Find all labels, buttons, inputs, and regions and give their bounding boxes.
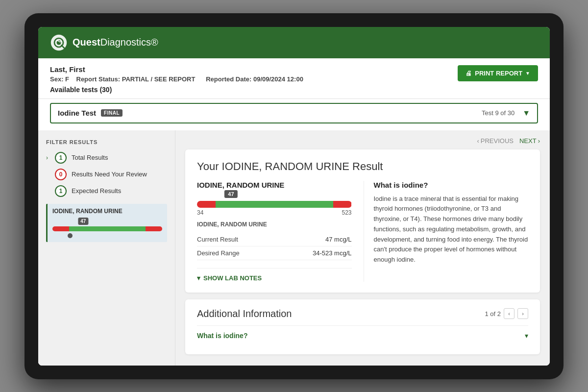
print-chevron-icon: ▼ [525, 71, 530, 76]
analyte-name: IODINE, RANDOM URINE [197, 181, 352, 189]
result-left: IODINE, RANDOM URINE 47 34 [197, 181, 352, 282]
range-labels: 34 523 [197, 209, 352, 216]
sidebar: FILTER RESULTS › 1 Total Results › 0 Res… [38, 130, 175, 366]
desired-range-label: Desired Range [197, 249, 240, 257]
patient-name: Last, First [50, 65, 303, 74]
sex-label: Sex: [50, 75, 63, 83]
main-content: FILTER RESULTS › 1 Total Results › 0 Res… [38, 130, 550, 366]
range-red-right [333, 201, 352, 208]
available-tests: Available tests (30) [50, 86, 303, 94]
chevron-down-icon: ▾ [197, 274, 200, 282]
what-is-text: Iodine is a trace mineral that is essent… [374, 194, 529, 266]
gauge-bar [52, 226, 162, 231]
what-is-title: What is iodine? [374, 181, 529, 189]
main-panel: ‹ PREVIOUS NEXT › Your IODINE, RANDOM UR… [175, 130, 550, 366]
patient-info: Last, First Sex: F Report Status: PARTIA… [50, 65, 303, 94]
pagination-count: 1 of 2 [485, 310, 501, 318]
test-selector-right: Test 9 of 30 ▼ [482, 109, 530, 118]
pagination: 1 of 2 ‹ › [485, 308, 528, 319]
additional-info-card: Additional Information 1 of 2 ‹ › What i… [185, 299, 540, 354]
device-frame: QuestDiagnostics® Last, First Sex: F Rep… [24, 13, 564, 379]
range-red-left [197, 201, 216, 208]
sidebar-test-name: IODINE, RANDOM URINE [52, 208, 162, 215]
range-bar [197, 201, 352, 208]
result-title: Your IODINE, RANDOM URINE Result [197, 160, 528, 173]
current-result-value: 47 mcg/L [325, 236, 351, 243]
logo-text: QuestDiagnostics® [73, 37, 158, 48]
previous-icon: ‹ [477, 137, 479, 145]
gauge-indicator [52, 232, 162, 238]
sidebar-test-item[interactable]: IODINE, RANDOM URINE 47 [46, 204, 167, 242]
screen: QuestDiagnostics® Last, First Sex: F Rep… [38, 27, 550, 366]
dropdown-arrow-icon: ▼ [522, 109, 530, 118]
show-lab-notes-label: SHOW LAB NOTES [203, 274, 262, 282]
quest-logo-icon [50, 34, 68, 51]
filter-expected-badge: 1 [55, 185, 67, 197]
range-green-middle [216, 201, 333, 208]
filter-label: FILTER RESULTS [46, 139, 167, 145]
reported-date-label: Reported Date: [206, 75, 251, 83]
filter-item-review[interactable]: › 0 Results Need Your Review [46, 169, 167, 180]
gauge-green [69, 226, 146, 231]
filter-total-chevron-icon: › [46, 154, 48, 161]
printer-icon: 🖨 [466, 70, 472, 77]
patient-meta: Sex: F Report Status: PARTIAL / SEE REPO… [50, 75, 303, 83]
range-bar-container: 47 34 523 [197, 201, 352, 216]
test-selector-bar: Iodine Test FINAL Test 9 of 30 ▼ [38, 99, 550, 130]
next-button[interactable]: NEXT › [519, 137, 540, 145]
previous-label: PREVIOUS [481, 137, 514, 145]
gauge-red-right [146, 226, 162, 231]
patient-bar: Last, First Sex: F Report Status: PARTIA… [38, 58, 550, 99]
test-name: Iodine Test [58, 109, 96, 117]
range-max-label: 523 [342, 209, 351, 216]
additional-info-header: Additional Information 1 of 2 ‹ › [197, 308, 528, 319]
range-value-bubble: 47 [224, 190, 237, 198]
test-selector-dropdown[interactable]: Iodine Test FINAL Test 9 of 30 ▼ [50, 103, 538, 123]
current-result-label: Current Result [197, 236, 238, 243]
reported-date-value: 09/09/2024 12:00 [253, 75, 303, 83]
analyte-subname: IODINE, RANDOM URINE [197, 221, 352, 228]
show-lab-notes-button[interactable]: ▾ SHOW LAB NOTES [197, 268, 352, 282]
range-min-label: 34 [197, 209, 203, 216]
additional-info-title: Additional Information [197, 308, 292, 319]
next-label: NEXT [519, 137, 537, 145]
accordion-label: What is iodine? [197, 332, 247, 340]
desired-range-row: Desired Range 34-523 mcg/L [197, 246, 352, 260]
filter-total-text: Total Results [72, 154, 108, 161]
filter-item-expected[interactable]: › 1 Expected Results [46, 185, 167, 197]
filter-expected-text: Expected Results [72, 187, 121, 195]
nav-row: ‹ PREVIOUS NEXT › [185, 137, 540, 145]
gauge-container: 47 [52, 218, 162, 238]
report-status-value: PARTIAL / SEE REPORT [122, 75, 196, 83]
test-count: Test 9 of 30 [482, 109, 514, 117]
previous-button[interactable]: ‹ PREVIOUS [477, 137, 514, 145]
result-card: Your IODINE, RANDOM URINE Result IODINE,… [185, 149, 540, 293]
sex-value: F [65, 75, 69, 83]
result-right: What is iodine? Iodine is a trace minera… [364, 181, 529, 282]
page-next-button[interactable]: › [517, 308, 528, 319]
final-badge: FINAL [101, 109, 122, 117]
accordion-chevron-icon: ▾ [525, 332, 528, 340]
result-body: IODINE, RANDOM URINE 47 34 [197, 181, 528, 282]
filter-review-badge: 0 [55, 169, 67, 180]
filter-total-badge: 1 [55, 152, 67, 164]
test-selector-left: Iodine Test FINAL [58, 109, 122, 117]
gauge-red-left [52, 226, 69, 231]
page-prev-button[interactable]: ‹ [504, 308, 514, 319]
filter-review-text: Results Need Your Review [72, 171, 147, 178]
desired-range-value: 34-523 mcg/L [313, 249, 352, 257]
report-status-label: Report Status: [76, 75, 121, 83]
app-header: QuestDiagnostics® [38, 27, 550, 58]
print-report-button[interactable]: 🖨 PRINT REPORT ▼ [458, 65, 538, 81]
next-icon: › [538, 137, 540, 145]
gauge-dot [68, 233, 73, 238]
current-result-row: Current Result 47 mcg/L [197, 233, 352, 246]
accordion-item-iodine[interactable]: What is iodine? ▾ [197, 325, 528, 345]
filter-item-total[interactable]: › 1 Total Results [46, 152, 167, 164]
print-report-label: PRINT REPORT [475, 70, 522, 77]
gauge-value-bubble: 47 [78, 218, 88, 225]
logo-area: QuestDiagnostics® [50, 34, 158, 51]
